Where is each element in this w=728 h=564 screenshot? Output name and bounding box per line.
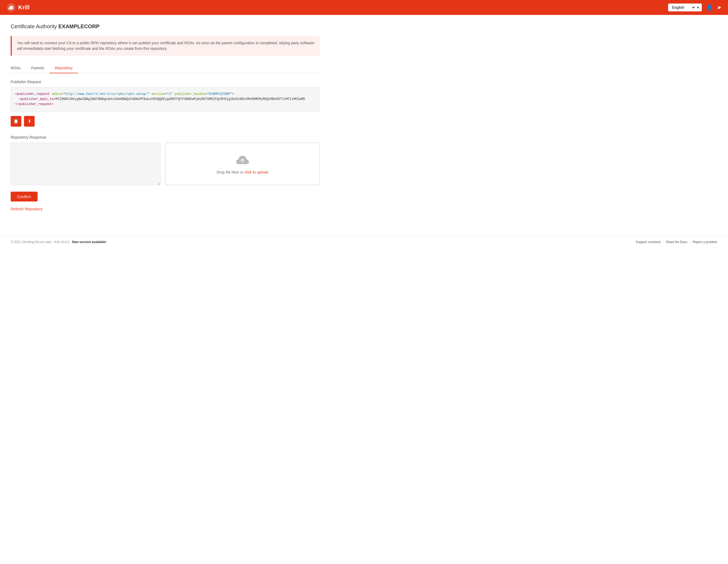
- refresh-repository-link[interactable]: Refresh Repository: [11, 207, 43, 211]
- report-problem-link[interactable]: Report a problem: [693, 240, 717, 244]
- footer-right: Support contracts - Read the Docs - Repo…: [636, 240, 717, 244]
- upload-text: Drop file here or click to upload: [217, 170, 268, 174]
- tab-roas[interactable]: ROAs: [11, 63, 26, 73]
- krill-logo-icon: [6, 3, 16, 12]
- logout-icon[interactable]: ➤: [717, 4, 722, 11]
- language-dropdown[interactable]: English Deutsch Nederlands: [671, 5, 695, 10]
- tab-repository[interactable]: Repository: [50, 63, 78, 73]
- repository-response-row: Drop file here or click to upload: [11, 143, 320, 185]
- svg-point-1: [12, 6, 13, 7]
- logo-text: Krill: [18, 4, 30, 11]
- language-selector[interactable]: English Deutsch Nederlands ▾: [668, 3, 702, 11]
- download-button[interactable]: ⬇: [24, 116, 35, 127]
- support-contracts-link[interactable]: Support contracts: [636, 240, 661, 244]
- copy-button[interactable]: 📋: [11, 116, 21, 127]
- read-docs-link[interactable]: Read the Docs: [666, 240, 687, 244]
- footer-left: © 2021 Stichting NLnet Labs - Krill v0.9…: [11, 240, 106, 244]
- repository-response-label: Repository Response: [11, 135, 320, 139]
- file-upload-zone[interactable]: Drop file here or click to upload: [165, 143, 320, 185]
- page-title: Certificate Authority EXAMPLECORP: [11, 23, 320, 30]
- tab-parents[interactable]: Parents: [26, 63, 49, 73]
- header-controls: English Deutsch Nederlands ▾ 👤 ➤: [668, 3, 722, 11]
- alert-box: You will need to connect your CA to a pu…: [11, 36, 320, 56]
- footer-sep-2: -: [689, 240, 690, 244]
- copy-icon: 📋: [13, 119, 19, 124]
- publisher-request-code: <publisher_request xmlns="http://www.hac…: [11, 87, 320, 112]
- action-buttons: 📋 ⬇: [11, 116, 320, 127]
- download-icon: ⬇: [28, 119, 31, 124]
- tab-nav: ROAs Parents Repository: [11, 63, 320, 73]
- user-icon[interactable]: 👤: [706, 4, 713, 11]
- app-header: Krill English Deutsch Nederlands ▾ 👤 ➤: [0, 0, 728, 15]
- page-footer: © 2021 Stichting NLnet Labs - Krill v0.9…: [0, 236, 728, 248]
- confirm-button[interactable]: Confirm: [11, 192, 38, 202]
- main-content: Certificate Authority EXAMPLECORP You wi…: [0, 15, 330, 230]
- publisher-request-label: Publisher Request: [11, 80, 320, 84]
- chevron-down-icon: ▾: [697, 5, 699, 10]
- logo: Krill: [6, 3, 30, 12]
- upload-cloud-icon: [234, 154, 250, 167]
- upload-link[interactable]: click to upload: [244, 170, 268, 174]
- repository-response-textarea[interactable]: [11, 143, 161, 185]
- footer-sep-1: -: [663, 240, 664, 244]
